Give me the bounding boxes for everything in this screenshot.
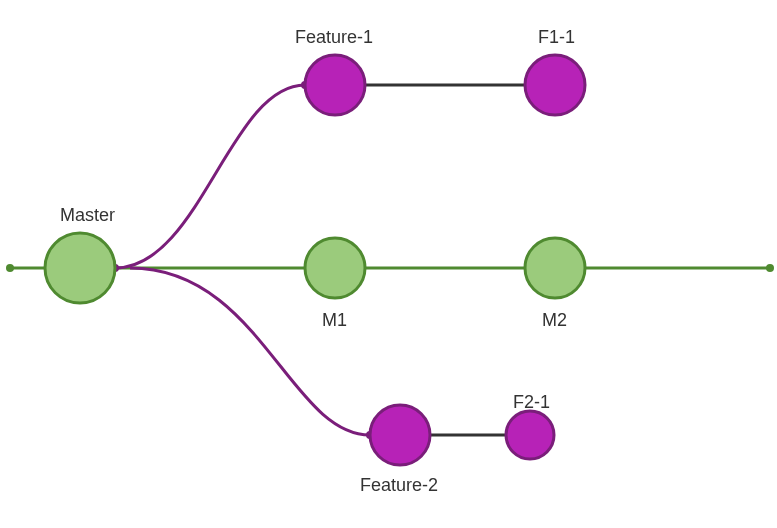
branch-curve-feature1	[115, 85, 305, 268]
label-feature1: Feature-1	[295, 27, 373, 48]
label-f2-1: F2-1	[513, 392, 550, 413]
label-f1-1: F1-1	[538, 27, 575, 48]
node-m1	[305, 238, 365, 298]
master-line-end-dot	[766, 264, 774, 272]
label-feature2: Feature-2	[360, 475, 438, 496]
label-master: Master	[60, 205, 115, 226]
node-feature2	[370, 405, 430, 465]
node-m2	[525, 238, 585, 298]
node-master	[45, 233, 115, 303]
node-f1-1	[525, 55, 585, 115]
label-m1: M1	[322, 310, 347, 331]
node-feature1	[305, 55, 365, 115]
master-line-start-dot	[6, 264, 14, 272]
branch-diagram	[0, 0, 777, 528]
label-m2: M2	[542, 310, 567, 331]
node-f2-1	[506, 411, 554, 459]
